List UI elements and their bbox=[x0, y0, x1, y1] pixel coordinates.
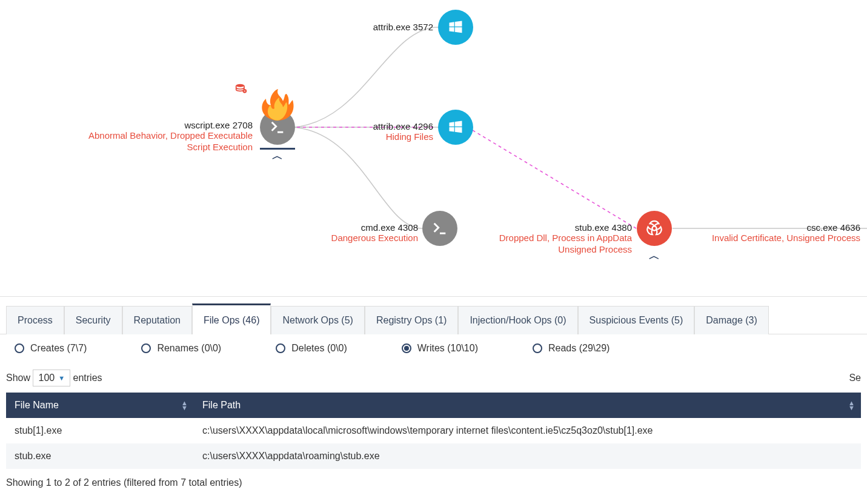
filter-label: Deletes (0\0) bbox=[291, 343, 347, 354]
node-label-wscript: wscript.exe 2708 Abnormal Behavior, Drop… bbox=[68, 120, 253, 153]
caret-down-icon: ▼ bbox=[58, 374, 65, 382]
cell-file-path: c:\users\XXXX\appdata\roaming\stub.exe bbox=[194, 443, 861, 469]
tab-network-ops-5[interactable]: Network Ops (5) bbox=[271, 306, 364, 334]
table-controls: Show 100 ▼ entries Se bbox=[0, 357, 867, 393]
filter-radio-row: Creates (7\7)Renames (0\0)Deletes (0\0)W… bbox=[0, 334, 867, 357]
node-label-attrib-3572: attrib.exe 3572 bbox=[342, 22, 433, 32]
show-entries: Show 100 ▼ entries bbox=[6, 370, 102, 386]
database-icon bbox=[234, 83, 248, 95]
tab-security[interactable]: Security bbox=[64, 306, 122, 334]
svg-point-1 bbox=[236, 84, 244, 87]
node-wscript[interactable]: ︿ bbox=[260, 110, 295, 145]
tab-file-ops-46[interactable]: File Ops (46) bbox=[192, 303, 271, 334]
filter-deletes[interactable]: Deletes (0\0) bbox=[276, 343, 347, 354]
node-label-attrib-4296: attrib.exe 4296 Hiding Files bbox=[336, 121, 433, 143]
table-row[interactable]: stub.exec:\users\XXXX\appdata\roaming\st… bbox=[6, 443, 861, 469]
tab-registry-ops-1[interactable]: Registry Ops (1) bbox=[365, 306, 458, 334]
biohazard-icon bbox=[637, 211, 672, 246]
cell-file-name: stub[1].exe bbox=[6, 418, 194, 443]
tab-suspicious-events-5[interactable]: Suspicious Events (5) bbox=[578, 306, 695, 334]
tab-process[interactable]: Process bbox=[6, 306, 64, 334]
tab-reputation[interactable]: Reputation bbox=[122, 306, 192, 334]
node-label-csc: csc.exe 4636 Invalid Certificate, Unsign… bbox=[691, 222, 860, 244]
cell-file-path: c:\users\XXXX\appdata\local\microsoft\wi… bbox=[194, 418, 861, 443]
table-row[interactable]: stub[1].exec:\users\XXXX\appdata\local\m… bbox=[6, 418, 861, 443]
filter-label: Renames (0\0) bbox=[157, 343, 221, 354]
detail-tabs: ProcessSecurityReputationFile Ops (46)Ne… bbox=[0, 297, 867, 334]
node-attrib-3572[interactable] bbox=[438, 10, 473, 45]
filter-reads[interactable]: Reads (29\29) bbox=[533, 343, 610, 354]
svg-rect-3 bbox=[244, 91, 246, 91]
column-file-path[interactable]: File Path ▲▼ bbox=[194, 393, 861, 418]
windows-icon bbox=[438, 10, 473, 45]
cell-file-name: stub.exe bbox=[6, 443, 194, 469]
table-footer-info: Showing 1 to 2 of 2 entries (filtered fr… bbox=[0, 469, 867, 497]
page-size-select[interactable]: 100 ▼ bbox=[33, 370, 70, 386]
search-label: Se bbox=[849, 373, 861, 383]
terminal-icon bbox=[422, 211, 457, 246]
filter-writes[interactable]: Writes (10\10) bbox=[402, 343, 478, 354]
process-tree: ︿ wscript.exe 2708 Abnormal Behavior, Dr… bbox=[0, 0, 867, 297]
node-cmd[interactable] bbox=[422, 211, 457, 246]
tab-damage-3[interactable]: Damage (3) bbox=[694, 306, 768, 334]
filter-label: Writes (10\10) bbox=[417, 343, 478, 354]
tab-injection-hook-ops-0[interactable]: Injection/Hook Ops (0) bbox=[458, 306, 577, 334]
filter-creates[interactable]: Creates (7\7) bbox=[15, 343, 87, 354]
sort-icon: ▲▼ bbox=[181, 400, 188, 410]
column-file-name[interactable]: File Name ▲▼ bbox=[6, 393, 194, 418]
collapse-chevron-icon[interactable]: ︿ bbox=[272, 148, 283, 163]
node-attrib-4296[interactable] bbox=[438, 110, 473, 145]
radio-icon bbox=[141, 343, 151, 353]
filter-renames[interactable]: Renames (0\0) bbox=[141, 343, 221, 354]
terminal-icon bbox=[260, 110, 295, 145]
node-label-stub: stub.exe 4380 Dropped Dll, Process in Ap… bbox=[476, 222, 632, 256]
collapse-chevron-icon[interactable]: ︿ bbox=[649, 248, 660, 263]
file-ops-table: File Name ▲▼ File Path ▲▼ stub[1].exec:\… bbox=[6, 393, 861, 469]
flame-icon bbox=[257, 88, 297, 121]
filter-label: Creates (7\7) bbox=[30, 343, 87, 354]
radio-icon bbox=[276, 343, 285, 353]
radio-icon bbox=[533, 343, 542, 353]
node-stub[interactable]: ︿ bbox=[637, 211, 672, 246]
node-label-cmd: cmd.exe 4308 Dangerous Execution bbox=[309, 222, 418, 244]
windows-icon bbox=[438, 110, 473, 145]
radio-icon bbox=[402, 343, 411, 353]
radio-icon bbox=[15, 343, 24, 353]
sort-icon: ▲▼ bbox=[848, 400, 855, 410]
filter-label: Reads (29\29) bbox=[548, 343, 610, 354]
